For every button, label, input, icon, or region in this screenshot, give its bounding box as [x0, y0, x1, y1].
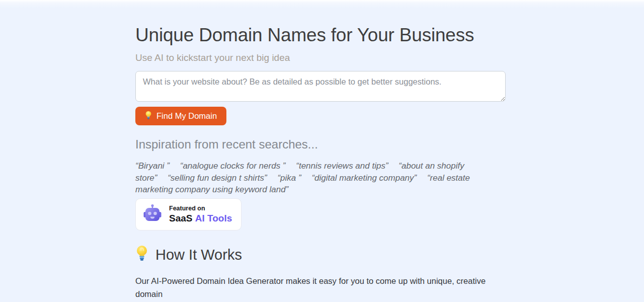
page-subtitle: Use AI to kickstart your next big idea [135, 52, 509, 63]
recent-searches-list: “Biryani ” “analogue clocks for nerds ” … [135, 160, 490, 196]
lightbulb-icon [135, 245, 148, 265]
how-it-works-title: How It Works [155, 247, 242, 263]
main-content: Unique Domain Names for Your Business Us… [135, 0, 509, 300]
recent-search-term: “Biryani ” [135, 161, 170, 171]
featured-on-saas-ai-tools-badge[interactable]: Featured on SaaS AI Tools [135, 198, 242, 231]
website-description-input[interactable] [135, 71, 506, 102]
recent-search-term: “tennis reviews and tips” [296, 161, 388, 171]
recent-search-term: “pika ” [277, 173, 301, 183]
inspiration-heading: Inspiration from recent searches... [135, 137, 509, 152]
saas-ai-tools-brand: SaaS AI Tools [169, 213, 232, 224]
how-it-works-heading: How It Works [135, 245, 509, 265]
featured-badge-text: Featured on SaaS AI Tools [169, 205, 232, 224]
how-it-works-intro: Our AI-Powered Domain Idea Generator mak… [135, 275, 509, 300]
brand-name: SaaS [169, 213, 192, 223]
find-my-domain-button[interactable]: Find My Domain [135, 107, 226, 125]
robot-icon [142, 203, 163, 225]
lightbulb-icon [145, 111, 152, 122]
recent-search-term: “selling fun design t shirts” [168, 173, 267, 183]
featured-on-label: Featured on [169, 205, 232, 212]
recent-search-term: “digital marketing company” [311, 173, 417, 183]
recent-search-term: “analogue clocks for nerds ” [180, 161, 286, 171]
brand-suffix: AI Tools [195, 213, 232, 223]
page-title: Unique Domain Names for Your Business [135, 23, 509, 47]
find-my-domain-label: Find My Domain [156, 111, 217, 121]
